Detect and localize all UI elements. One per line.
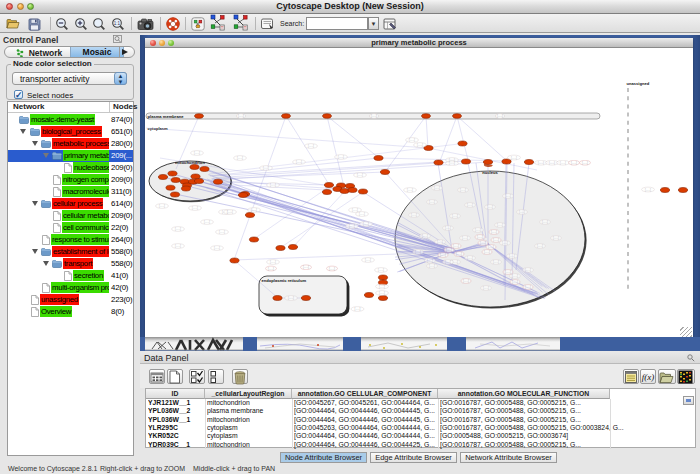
svg-text:[.....]: [.....] — [409, 138, 415, 142]
svg-text:[.....]: [.....] — [194, 151, 200, 155]
svg-text:[.....]: [.....] — [509, 254, 515, 258]
svg-text:[.....]: [.....] — [512, 280, 518, 284]
svg-text:[.....]: [.....] — [445, 260, 451, 264]
svg-text:[.....]: [.....] — [175, 227, 181, 231]
svg-text:nucleus: nucleus — [482, 170, 498, 175]
svg-text:[.....]: [.....] — [352, 208, 358, 212]
svg-text:[.....]: [.....] — [512, 274, 518, 278]
svg-text:[.....]: [.....] — [204, 220, 210, 224]
svg-text:[.....]: [.....] — [537, 244, 543, 248]
svg-text:[.....]: [.....] — [308, 144, 314, 148]
svg-text:[.....]: [.....] — [296, 160, 302, 164]
svg-text:[.....]: [.....] — [371, 114, 377, 118]
svg-text:[.....]: [.....] — [453, 244, 459, 248]
svg-text:[.....]: [.....] — [491, 230, 497, 234]
svg-text:[.....]: [.....] — [427, 259, 433, 263]
svg-text:[.....]: [.....] — [437, 240, 443, 244]
svg-text:[.....]: [.....] — [219, 230, 225, 234]
svg-text:endoplasmic reticulum: endoplasmic reticulum — [262, 278, 307, 283]
svg-text:[.....]: [.....] — [378, 268, 384, 272]
svg-text:[.....]: [.....] — [214, 246, 220, 250]
svg-text:[.....]: [.....] — [288, 296, 294, 300]
svg-text:[.....]: [.....] — [329, 267, 335, 271]
svg-text:[.....]: [.....] — [493, 260, 499, 264]
svg-text:[.....]: [.....] — [505, 194, 511, 198]
svg-text:[.....]: [.....] — [553, 236, 559, 240]
svg-text:[.....]: [.....] — [440, 253, 446, 257]
svg-text:[.....]: [.....] — [477, 235, 483, 239]
svg-text:[.....]: [.....] — [525, 285, 531, 289]
svg-text:[.....]: [.....] — [446, 248, 452, 252]
svg-text:[.....]: [.....] — [270, 183, 276, 187]
svg-text:[.....]: [.....] — [542, 220, 548, 224]
svg-text:[.....]: [.....] — [511, 156, 517, 160]
svg-text:[.....]: [.....] — [445, 226, 451, 230]
svg-text:f(x): f(x) — [642, 372, 655, 382]
svg-text:[.....]: [.....] — [238, 114, 244, 118]
svg-text:[.....]: [.....] — [270, 260, 276, 264]
svg-text:[.....]: [.....] — [411, 213, 417, 217]
svg-text:[.....]: [.....] — [379, 291, 385, 295]
svg-text:[.....]: [.....] — [237, 156, 243, 160]
svg-text:[.....]: [.....] — [429, 200, 435, 204]
svg-text:unassigned: unassigned — [627, 81, 650, 86]
svg-text:[.....]: [.....] — [175, 244, 181, 248]
svg-text:[.....]: [.....] — [452, 214, 458, 218]
svg-text:[.....]: [.....] — [475, 228, 481, 232]
svg-text:[.....]: [.....] — [357, 173, 363, 177]
svg-text:[.....]: [.....] — [497, 223, 503, 227]
svg-text:plasma membrane: plasma membrane — [148, 114, 185, 119]
svg-text:[.....]: [.....] — [560, 161, 566, 165]
svg-text:[.....]: [.....] — [192, 206, 198, 210]
svg-text:[.....]: [.....] — [519, 210, 525, 214]
svg-text:[.....]: [.....] — [303, 265, 309, 269]
svg-text:[.....]: [.....] — [363, 222, 369, 226]
svg-text:[.....]: [.....] — [407, 188, 413, 192]
svg-text:[.....]: [.....] — [463, 279, 469, 283]
svg-text:[.....]: [.....] — [263, 166, 269, 170]
svg-text:[.....]: [.....] — [449, 161, 455, 165]
svg-text:[.....]: [.....] — [467, 256, 473, 260]
svg-text:[.....]: [.....] — [415, 250, 421, 254]
svg-text:[.....]: [.....] — [488, 245, 494, 249]
svg-text:[.....]: [.....] — [571, 161, 577, 165]
svg-text:[.....]: [.....] — [493, 238, 499, 242]
svg-text:[.....]: [.....] — [497, 114, 503, 118]
svg-text:[.....]: [.....] — [359, 212, 365, 216]
svg-text:[.....]: [.....] — [456, 252, 462, 256]
svg-text:[.....]: [.....] — [467, 203, 473, 207]
svg-text:[.....]: [.....] — [549, 161, 555, 165]
svg-text:[.....]: [.....] — [434, 186, 440, 190]
svg-text:[.....]: [.....] — [502, 241, 508, 245]
svg-text:[.....]: [.....] — [462, 236, 468, 240]
svg-text:[.....]: [.....] — [525, 268, 531, 272]
svg-text:[.....]: [.....] — [379, 285, 385, 289]
svg-text:[.....]: [.....] — [338, 155, 344, 159]
svg-text:[.....]: [.....] — [422, 234, 428, 238]
svg-text:1:1: 1:1 — [114, 21, 121, 26]
svg-text:[.....]: [.....] — [483, 286, 489, 290]
svg-text:[.....]: [.....] — [355, 307, 361, 311]
svg-text:[.....]: [.....] — [480, 241, 486, 245]
svg-text:[.....]: [.....] — [365, 258, 371, 262]
svg-text:[.....]: [.....] — [645, 188, 651, 192]
svg-text:[.....]: [.....] — [582, 161, 588, 165]
svg-text:[.....]: [.....] — [505, 270, 511, 274]
svg-text:[.....]: [.....] — [417, 143, 423, 147]
svg-text:[.....]: [.....] — [429, 264, 435, 268]
svg-text:[.....]: [.....] — [349, 224, 355, 228]
svg-text:[.....]: [.....] — [268, 267, 274, 271]
svg-text:[.....]: [.....] — [251, 208, 257, 212]
svg-text:[.....]: [.....] — [227, 210, 233, 214]
svg-text:[.....]: [.....] — [159, 204, 165, 208]
svg-text:[.....]: [.....] — [484, 250, 490, 254]
svg-text:[.....]: [.....] — [538, 161, 544, 165]
svg-text:[.....]: [.....] — [487, 205, 493, 209]
svg-text:[.....]: [.....] — [460, 188, 466, 192]
